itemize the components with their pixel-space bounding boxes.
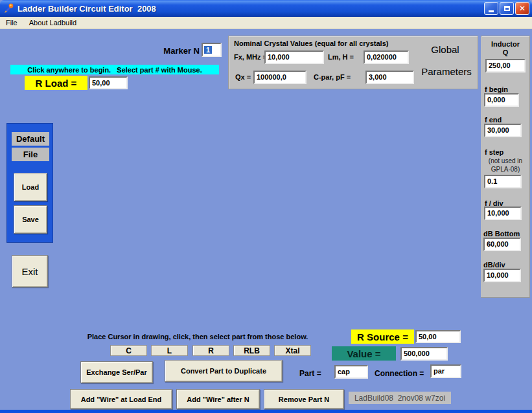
- marker-n-selected-value: 1: [204, 46, 212, 54]
- r-source-label: R Source =: [351, 329, 414, 344]
- connection-label: Connection =: [375, 369, 424, 378]
- part-field[interactable]: cap: [334, 365, 368, 379]
- value-label: Value =: [332, 346, 396, 361]
- app-icon: [3, 3, 14, 14]
- load-button[interactable]: Load: [14, 173, 47, 201]
- sweep-parameters-panel: Inductor Q 250,00 f begin 0,000 f end 30…: [481, 36, 530, 298]
- cpar-field[interactable]: 3,000: [365, 71, 414, 84]
- app-window: Ladder Builder Circuit Editor 2008 ✕ Fil…: [0, 0, 532, 413]
- add-wire-after-n-button[interactable]: Add "Wire" after N: [176, 389, 260, 409]
- remove-part-n-button[interactable]: Remove Part N: [264, 389, 344, 409]
- part-button-l[interactable]: L: [151, 345, 188, 356]
- file-section-label: File: [12, 148, 49, 161]
- fx-field[interactable]: 10,000: [264, 50, 324, 64]
- f-begin-field[interactable]: 0,000: [484, 93, 519, 107]
- file-panel: Default File Load Save: [6, 123, 53, 243]
- exit-button[interactable]: Exit: [12, 255, 48, 287]
- qx-field[interactable]: 100000,0: [253, 71, 306, 84]
- crystal-values-panel: Nominal Crystal Values (equal for all cr…: [228, 36, 478, 89]
- r-source-field[interactable]: 50,00: [415, 330, 461, 343]
- lm-field[interactable]: 0,020000: [364, 50, 409, 64]
- window-title: Ladder Builder Circuit Editor 2008: [17, 4, 156, 14]
- fx-label: Fx, MHz =: [234, 53, 267, 61]
- f-end-field[interactable]: 30,000: [484, 124, 522, 137]
- global-parameters-title-line2: Parameters: [415, 66, 478, 77]
- default-button[interactable]: Default: [12, 132, 49, 146]
- f-step-label: f step: [485, 148, 503, 156]
- exchange-ser-par-button[interactable]: Exchange Ser/Par: [80, 361, 153, 383]
- minimize-icon: [489, 10, 494, 12]
- close-button[interactable]: ✕: [515, 2, 529, 15]
- r-load-label: R Load =: [25, 76, 87, 90]
- db-bottom-label: dB Bottom: [483, 230, 520, 238]
- cpar-label: C-par, pF =: [314, 73, 351, 81]
- window-bottom-border: [0, 410, 532, 413]
- begin-instruction-banner: Click anywhere to begin. Select part # w…: [10, 65, 219, 74]
- part-button-r[interactable]: R: [192, 345, 229, 356]
- f-step-field[interactable]: 0.1: [484, 175, 522, 188]
- f-step-note-line2: GPLA-08): [481, 166, 529, 173]
- connection-field[interactable]: par: [430, 364, 461, 378]
- db-div-field[interactable]: 10,000: [483, 269, 521, 282]
- save-button[interactable]: Save: [14, 205, 47, 234]
- part-label: Part =: [299, 369, 321, 378]
- global-parameters-title-line1: Global: [415, 44, 475, 55]
- part-button-c[interactable]: C: [110, 345, 147, 356]
- version-label: LadBuild08 2nov08 w7zoi: [349, 392, 451, 404]
- title-bar: Ladder Builder Circuit Editor 2008 ✕: [0, 0, 532, 17]
- minimize-button[interactable]: [484, 2, 498, 15]
- db-div-label: dB/div: [483, 261, 505, 269]
- crystal-panel-title: Nominal Crystal Values (equal for all cr…: [234, 39, 388, 47]
- maximize-button[interactable]: [500, 2, 514, 15]
- lm-label: Lm, H =: [328, 53, 354, 61]
- qx-label: Qx =: [235, 73, 251, 81]
- maximize-icon: [504, 6, 510, 11]
- marker-n-label: Marker N: [152, 46, 200, 56]
- db-bottom-field[interactable]: 60,000: [483, 238, 521, 251]
- menu-file[interactable]: File: [0, 17, 23, 28]
- part-button-rlb[interactable]: RLB: [233, 345, 270, 356]
- menu-about-ladbuild[interactable]: About Ladbuild: [23, 17, 82, 28]
- f-begin-label: f begin: [485, 85, 508, 93]
- part-select-instruction: Place Cursor in drawing, click, then sel…: [75, 333, 321, 340]
- inductor-q-label-line1: Inductor: [481, 40, 529, 48]
- r-load-field[interactable]: 50,00: [89, 76, 128, 89]
- inductor-q-field[interactable]: 250,00: [485, 59, 526, 73]
- close-icon: ✕: [519, 5, 526, 12]
- add-wire-load-end-button[interactable]: Add "Wire" at Load End: [70, 389, 172, 409]
- f-step-note-line1: (not used in: [481, 157, 529, 164]
- marker-n-field[interactable]: 1: [202, 43, 222, 57]
- menu-bar: File About Ladbuild: [0, 17, 532, 29]
- f-end-label: f end: [485, 116, 502, 124]
- value-field[interactable]: 500,000: [400, 347, 448, 361]
- inductor-q-label-line2: Q: [481, 49, 529, 56]
- convert-part-to-duplicate-button[interactable]: Convert Part to Duplicate: [165, 360, 283, 382]
- f-div-field[interactable]: 10,000: [484, 206, 522, 220]
- part-button-xtal[interactable]: Xtal: [274, 345, 311, 356]
